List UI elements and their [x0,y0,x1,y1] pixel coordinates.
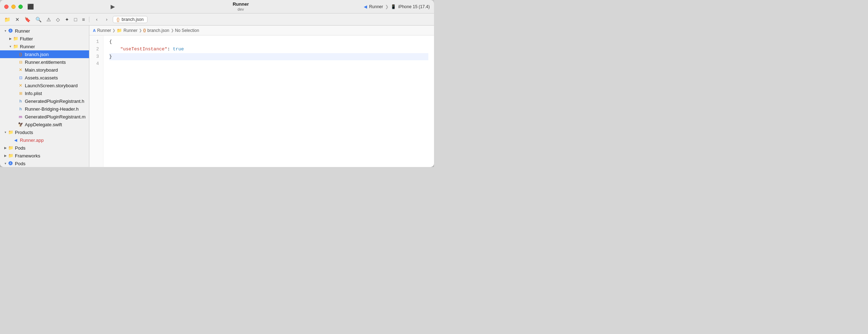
sidebar-label-products: Products [15,130,33,135]
breadcrumb-json-icon: {} [143,28,146,32]
report-icon[interactable]: ≡ [82,17,85,22]
sidebar-label-frameworks: Frameworks [15,153,40,158]
warning-icon[interactable]: ⚠ [46,17,51,22]
sidebar-item-branch-json[interactable]: {} branch.json [0,50,89,58]
breadcrumb-runner-label: Runner [97,28,111,33]
sidebar-label-assets-xcassets: Assets.xcassets [25,75,58,80]
sidebar: ▾ 🅐 Runner ▶ 📁 Flutter ▾ 📁 Runner {} bra… [0,26,89,167]
swift-icon: 🦅 [18,122,23,127]
sidebar-item-runner-folder[interactable]: ▾ 📁 Runner [0,43,89,50]
maximize-button[interactable] [18,5,23,9]
sidebar-label-appdelegate-swift: AppDelegate.swift [25,122,62,127]
traffic-lights [4,5,23,9]
storyboard-launch-icon: ✕ [18,83,23,88]
file-tab-label: branch.json [122,17,144,22]
sidebar-item-generated-plugin-h[interactable]: h GeneratedPluginRegistrant.h [0,97,89,105]
sidebar-item-appdelegate-swift[interactable]: 🦅 AppDelegate.swift [0,121,89,128]
test-icon[interactable]: ✦ [65,17,69,22]
sidebar-item-runner-bridging-header[interactable]: h Runner-Bridging-Header.h [0,105,89,113]
appgroup-icon: 🅐 [8,28,13,34]
sidebar-label-flutter: Flutter [20,36,33,41]
json-file-icon: {} [117,17,119,22]
sidebar-toggle-icon[interactable]: ⬛ [27,3,34,10]
sidebar-item-products[interactable]: ▾ 📁 Products [0,128,89,136]
sidebar-label-runner-entitlements: Runner.entitlements [25,60,66,65]
sidebar-item-pods[interactable]: ▶ 📁 Pods [0,144,89,152]
bookmark-icon[interactable]: 🔖 [24,17,30,22]
sidebar-label-launchscreen-storyboard: LaunchScreen.storyboard [25,83,78,88]
project-branch: dev [238,7,244,12]
memory-icon[interactable]: □ [74,17,77,22]
sidebar-label-pods: Pods [15,145,26,151]
sidebar-label-runner-bridging-header: Runner-Bridging-Header.h [25,106,79,112]
sidebar-label-pods-appgroup: Pods [15,161,26,166]
disclosure-runner-folder: ▾ [8,45,13,48]
entitlements-icon: ⊟ [18,59,23,65]
sidebar-label-runner-app: Runner.app [20,138,44,143]
folder-flutter-icon: 📁 [13,36,18,41]
folder-products-icon: 📁 [8,129,13,135]
chevron-icon: ❯ [385,4,389,9]
runner-scheme-label: ◀ [364,4,367,9]
breakpoint-icon[interactable]: ◇ [56,17,60,22]
nav-back-button[interactable]: ‹ [93,16,101,23]
json-icon: {} [18,51,23,57]
editor: A Runner ❯ 📁 Runner ❯ {} branch.json ❯ N… [89,26,434,167]
minimize-button[interactable] [11,5,16,9]
project-info: Runner dev [233,1,249,12]
plist-icon: ⊞ [18,90,23,96]
file-tab-branch-json[interactable]: {} branch.json [113,16,148,23]
sidebar-item-generated-plugin-m[interactable]: m GeneratedPluginRegistrant.m [0,113,89,121]
sidebar-item-flutter[interactable]: ▶ 📁 Flutter [0,35,89,43]
folder-icon[interactable]: 📁 [4,17,10,22]
sidebar-label-info-plist: Info.plist [25,91,42,96]
nav-forward-button[interactable]: › [103,16,111,23]
disclosure-flutter: ▶ [8,37,13,40]
inspector-icon[interactable]: ✕ [15,17,20,22]
code-editor[interactable]: 1 2 3 4 { "useTestInstance": true } [89,35,434,167]
sidebar-label-branch-json: branch.json [25,52,49,57]
breadcrumb-runner-icon: A [93,28,96,33]
sidebar-item-runner-entitlements[interactable]: ⊟ Runner.entitlements [0,58,89,66]
line-num-1: 1 [94,38,99,46]
m-file-icon: m [18,114,23,119]
assets-icon: ⊡ [18,75,23,80]
sidebar-label-generated-plugin-h: GeneratedPluginRegistrant.h [25,99,84,104]
sidebar-item-frameworks[interactable]: ▶ 📁 Frameworks [0,152,89,160]
main-content: ▾ 🅐 Runner ▶ 📁 Flutter ▾ 📁 Runner {} bra… [0,26,434,167]
breadcrumb: A Runner ❯ 📁 Runner ❯ {} branch.json ❯ N… [89,26,434,35]
code-line-4 [109,60,428,68]
breadcrumb-runner-folder: Runner [123,28,137,33]
disclosure-frameworks: ▶ [3,154,8,157]
code-line-1: { [109,38,428,46]
line-num-2: 2 [94,46,99,53]
sidebar-label-generated-plugin-m: GeneratedPluginRegistrant.m [25,114,85,119]
sidebar-item-assets-xcassets[interactable]: ⊡ Assets.xcassets [0,74,89,82]
sidebar-item-info-plist[interactable]: ⊞ Info.plist [0,89,89,97]
toolbar-right: ‹ › {} branch.json [89,16,434,23]
flutter-app-icon: ◀ [13,137,18,143]
sidebar-item-main-storyboard[interactable]: ✕ Main.storyboard [0,66,89,74]
h-bridging-icon: h [18,106,23,112]
disclosure-products: ▾ [3,130,8,134]
close-button[interactable] [4,5,9,9]
sidebar-item-runner-app[interactable]: ◀ Runner.app [0,136,89,144]
sidebar-item-pods-appgroup[interactable]: ▾ 🅐 Pods [0,160,89,167]
device-icon: 📱 [391,4,396,9]
breadcrumb-chevron-2: ❯ [139,28,142,32]
scheme-label: Runner [369,4,383,9]
code-content[interactable]: { "useTestInstance": true } [104,35,434,167]
titlebar-center: Runner dev [118,1,364,12]
breadcrumb-no-selection: No Selection [175,28,199,33]
disclosure-pods: ▶ [3,146,8,150]
device-selector[interactable]: ◀ Runner ❯ 📱 iPhone 15 (17.4) [364,4,430,9]
code-line-3: } [109,53,428,61]
folder-frameworks-icon: 📁 [8,153,13,158]
search-icon[interactable]: 🔍 [35,17,41,22]
run-button[interactable]: ▶ [108,2,118,12]
sidebar-item-runner-root[interactable]: ▾ 🅐 Runner [0,27,89,35]
line-num-3: 3 [94,53,99,61]
breadcrumb-chevron-3: ❯ [171,28,174,32]
sidebar-item-launchscreen-storyboard[interactable]: ✕ LaunchScreen.storyboard [0,82,89,89]
sidebar-label-runner-folder: Runner [20,44,35,49]
